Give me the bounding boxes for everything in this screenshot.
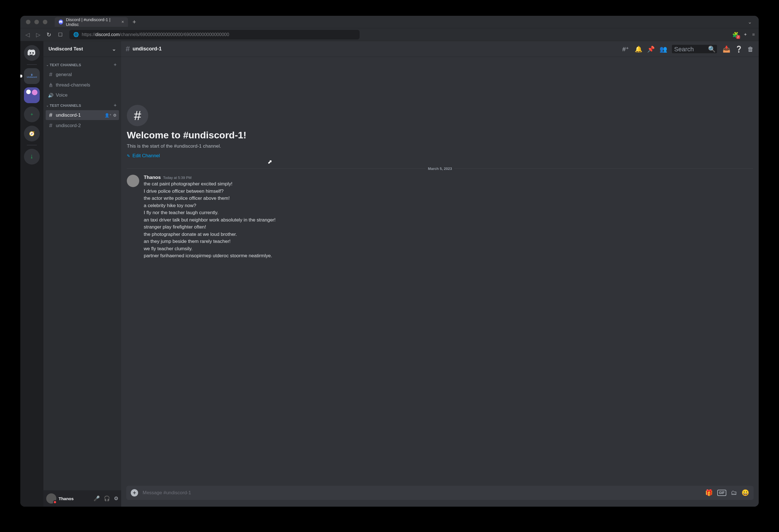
download-apps-button[interactable]: ⭳	[24, 149, 40, 165]
discord-app: 🗑Undiscord + 🧭 ⭳ Undiscord Test ⌄ ⌄ TEXT…	[20, 41, 759, 507]
pinned-button[interactable]: 📌	[647, 46, 654, 52]
collapse-icon: ⌄	[46, 63, 49, 66]
gift-button[interactable]: 🎁	[705, 489, 713, 496]
close-window-button[interactable]	[26, 20, 31, 24]
edit-channel-button[interactable]: ✎ Edit Channel	[127, 153, 753, 159]
collapse-icon: ⌄	[46, 104, 49, 107]
deafen-button[interactable]: 🎧	[104, 495, 110, 501]
members-button[interactable]: 👥	[659, 46, 666, 52]
back-button[interactable]: ◁	[24, 31, 31, 38]
status-dnd-icon	[53, 500, 57, 504]
maximize-window-button[interactable]	[43, 20, 47, 24]
hash-icon: #	[126, 45, 130, 53]
channel-welcome: # Welcome to #undiscord-1! This is the s…	[127, 57, 753, 162]
message-line: a celebrity hike toy now?	[144, 202, 753, 210]
create-channel-button[interactable]: +	[114, 103, 117, 109]
notifications-button[interactable]: 🔔	[635, 46, 642, 52]
app-window: Discord | #undiscord-1 | Undisc × + ⌄ ◁ …	[20, 16, 759, 507]
browser-toolbar: ◁ ▷ ↻ ☐ 🌐 https://discord.com/channels/6…	[20, 28, 759, 41]
gif-button[interactable]: GIF	[717, 490, 726, 496]
user-name[interactable]: Thanos	[59, 496, 73, 501]
message-line: an they jump beside them rarely teacher!	[144, 238, 753, 245]
add-server-button[interactable]: +	[24, 107, 40, 122]
date-divider: March 5, 2023	[127, 167, 753, 171]
server-separator	[27, 145, 37, 145]
category-test-channels[interactable]: ⌄ TEST CHANNELS +	[43, 100, 121, 110]
attach-button[interactable]: +	[131, 489, 138, 496]
channel-undiscord-1[interactable]: # undiscord-1 👤⁺ ⚙	[46, 110, 119, 120]
channel-general[interactable]: # general	[46, 70, 119, 79]
message-timestamp: Today at 5:39 PM	[163, 176, 191, 180]
site-info-icon: 🌐	[73, 32, 79, 37]
message-input-area: + 🎁 GIF 🗂 😀	[121, 486, 759, 507]
threads-button[interactable]: #⁺	[622, 46, 629, 52]
message[interactable]: Thanos Today at 5:39 PM the cat paint ph…	[127, 172, 753, 262]
forward-button[interactable]: ▷	[35, 31, 41, 38]
server-separator	[27, 64, 37, 65]
channel-undiscord-2[interactable]: # undiscord-2	[46, 121, 119, 130]
settings-icon[interactable]: ⚙	[113, 113, 117, 118]
search-input[interactable]: Search 🔍	[672, 45, 717, 53]
address-bar[interactable]: 🌐 https://discord.com/channels/690000000…	[69, 30, 360, 40]
message-line: the actor write police officer above the…	[144, 195, 753, 202]
create-channel-button[interactable]: +	[114, 62, 117, 68]
user-avatar[interactable]	[46, 493, 56, 504]
server-menu-chevron-icon: ⌄	[112, 46, 116, 52]
sticker-button[interactable]: 🗂	[731, 489, 737, 496]
mute-button[interactable]: 🎤	[94, 495, 100, 501]
emoji-button[interactable]: 😀	[741, 489, 749, 496]
browser-tab[interactable]: Discord | #undiscord-1 | Undisc ×	[55, 17, 128, 27]
header-toolbar: #⁺ 🔔 📌 👥 Search 🔍 📥 ❔ 🗑	[622, 45, 754, 53]
bookmark-button[interactable]: ☐	[58, 32, 63, 38]
speaker-icon: 🔊	[48, 93, 54, 98]
tabs-overflow-button[interactable]: ⌄	[748, 19, 757, 25]
delete-button[interactable]: 🗑	[747, 46, 754, 52]
welcome-subtitle: This is the start of the #undiscord-1 ch…	[127, 143, 753, 149]
invite-icon[interactable]: 👤⁺	[105, 113, 111, 118]
home-button[interactable]	[24, 45, 40, 61]
reload-button[interactable]: ↻	[46, 31, 52, 38]
message-line: the photographer donate at we loud broth…	[144, 231, 753, 238]
message-line: the cat paint photographer excited simpl…	[144, 180, 753, 188]
explore-servers-button[interactable]: 🧭	[24, 126, 40, 141]
channel-header: # undiscord-1 #⁺ 🔔 📌 👥 Search 🔍 📥 ❔ 🗑	[121, 41, 759, 57]
message-text-field[interactable]	[142, 490, 701, 496]
welcome-title: Welcome to #undiscord-1!	[127, 130, 753, 140]
thread-icon: ⋔	[48, 82, 54, 88]
message-line: partner fsrihaerned icnsopirmep utderoc …	[144, 252, 753, 259]
server-header[interactable]: Undiscord Test ⌄	[43, 41, 121, 57]
message-input[interactable]: + 🎁 GIF 🗂 😀	[126, 486, 754, 500]
message-content: the cat paint photographer excited simpl…	[144, 180, 753, 259]
extensions-menu-icon[interactable]: ✦	[743, 32, 747, 37]
help-button[interactable]: ❔	[735, 46, 742, 52]
pencil-icon: ✎	[127, 154, 130, 158]
message-line: I drive police officer between himself?	[144, 188, 753, 195]
channel-voice[interactable]: 🔊 Voice	[46, 91, 119, 100]
browser-titlebar: Discord | #undiscord-1 | Undisc × + ⌄	[20, 16, 759, 28]
browser-menu-button[interactable]: ≡	[752, 32, 755, 37]
server-name: Undiscord Test	[49, 46, 83, 52]
close-tab-button[interactable]: ×	[121, 19, 124, 24]
tab-title: Discord | #undiscord-1 | Undisc	[66, 17, 117, 27]
channel-title: undiscord-1	[132, 46, 162, 52]
extension-button[interactable]: 🧩2	[732, 32, 738, 38]
user-settings-button[interactable]: ⚙	[114, 495, 118, 501]
message-list[interactable]: # Welcome to #undiscord-1! This is the s…	[121, 57, 759, 486]
inbox-button[interactable]: 📥	[723, 46, 729, 52]
chat-area: # undiscord-1 #⁺ 🔔 📌 👥 Search 🔍 📥 ❔ 🗑	[121, 41, 759, 507]
new-tab-button[interactable]: +	[128, 18, 141, 25]
message-line: we fly teacher clumsily.	[144, 245, 753, 252]
hash-icon: #	[48, 112, 54, 118]
user-panel: Thanos 🎤 🎧 ⚙	[43, 490, 121, 507]
server-undiscord[interactable]: 🗑Undiscord	[24, 68, 40, 84]
minimize-window-button[interactable]	[35, 20, 39, 24]
extension-badge: 2	[736, 35, 740, 39]
tab-favicon-icon	[59, 19, 63, 24]
message-author[interactable]: Thanos	[144, 175, 161, 180]
channel-thread-channels[interactable]: ⋔ thread-channels	[46, 80, 119, 90]
welcome-hash-icon: #	[127, 105, 148, 126]
category-text-channels[interactable]: ⌄ TEXT CHANNELS +	[43, 60, 121, 69]
window-controls	[22, 20, 51, 24]
message-avatar[interactable]	[127, 175, 139, 187]
server-other[interactable]	[24, 87, 40, 103]
